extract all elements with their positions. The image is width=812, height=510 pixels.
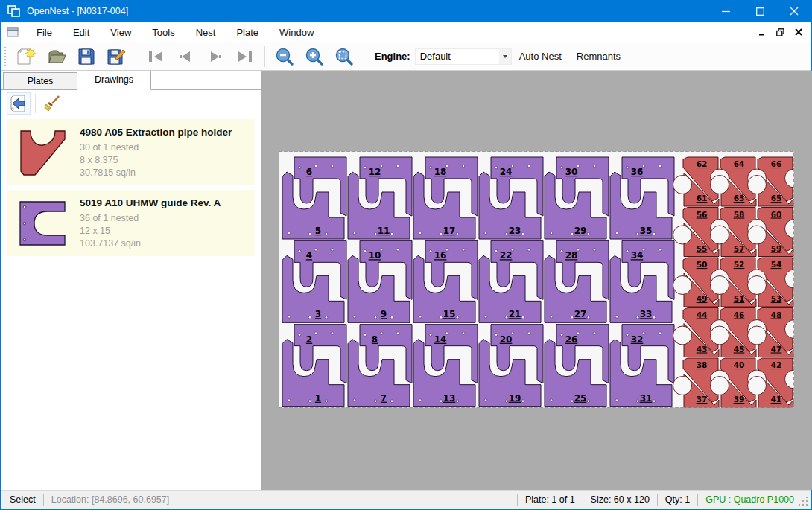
drawing-title: 5019 A10 UHMW guide Rev. A bbox=[80, 197, 250, 208]
drill-hole bbox=[593, 165, 596, 168]
status-bar: Select Location: [84.8696, 60.6957] Plat… bbox=[1, 490, 811, 509]
drill-hole bbox=[374, 316, 377, 319]
circular-cutout bbox=[673, 276, 692, 295]
zoom-fit-button[interactable] bbox=[329, 45, 359, 68]
child-close-icon[interactable] bbox=[795, 28, 802, 36]
menu-plate[interactable]: Plate bbox=[226, 24, 269, 41]
drill-hole bbox=[550, 316, 553, 319]
part-number: 28 bbox=[565, 250, 578, 261]
part-number: 31 bbox=[640, 393, 653, 404]
drill-hole bbox=[484, 316, 487, 319]
drill-hole bbox=[484, 232, 487, 235]
window-close-button[interactable] bbox=[777, 0, 811, 22]
drill-hole bbox=[331, 165, 334, 168]
drill-hole bbox=[288, 399, 291, 402]
app-icon bbox=[7, 5, 20, 17]
part-number: 34 bbox=[631, 250, 644, 261]
part-number: 58 bbox=[734, 210, 745, 219]
part-number: 7 bbox=[381, 393, 387, 404]
previous-plate-button[interactable] bbox=[171, 45, 200, 68]
menu-view[interactable]: View bbox=[100, 24, 142, 41]
window-maximize-button[interactable] bbox=[743, 0, 777, 22]
drill-hole bbox=[419, 316, 422, 319]
document-system-menu-icon[interactable] bbox=[7, 27, 19, 37]
drawing-list-item[interactable]: 4980 A05 Extraction pipe holder 30 of 1 … bbox=[7, 119, 255, 185]
drill-hole bbox=[440, 316, 443, 319]
part-number: 47 bbox=[771, 345, 782, 354]
tab-plates[interactable]: Plates bbox=[3, 72, 77, 90]
part-thumbnail-purple bbox=[18, 200, 67, 246]
previous-arrow-icon bbox=[177, 49, 194, 64]
zoom-out-button[interactable] bbox=[270, 45, 299, 68]
drawing-list-item[interactable]: 5019 A10 UHMW guide Rev. A 36 of 1 neste… bbox=[7, 190, 255, 256]
drawing-list: 4980 A05 Extraction pipe holder 30 of 1 … bbox=[1, 117, 261, 256]
child-restore-icon[interactable] bbox=[776, 28, 784, 36]
resize-grip[interactable] bbox=[799, 497, 809, 507]
clear-drawings-button[interactable] bbox=[40, 92, 64, 115]
part-number: 41 bbox=[771, 395, 782, 404]
drill-hole bbox=[331, 249, 334, 252]
drill-hole bbox=[364, 166, 367, 169]
drill-hole bbox=[521, 316, 524, 319]
plate-view[interactable]: 6512111817242330293635431091615222128273… bbox=[279, 151, 794, 408]
drawings-toolbar bbox=[1, 90, 261, 117]
drill-hole bbox=[626, 166, 629, 169]
part-number: 10 bbox=[369, 250, 381, 261]
part-number: 12 bbox=[369, 167, 381, 177]
part-number: 60 bbox=[771, 210, 782, 219]
drill-hole bbox=[314, 249, 317, 252]
drill-hole bbox=[495, 250, 498, 253]
part-number: 2 bbox=[306, 334, 312, 345]
drill-hole bbox=[527, 249, 530, 252]
part-number: 3 bbox=[315, 309, 321, 319]
new-button[interactable] bbox=[12, 45, 42, 68]
drill-hole bbox=[659, 165, 662, 168]
next-plate-button[interactable] bbox=[200, 45, 230, 68]
menu-file[interactable]: File bbox=[26, 24, 63, 41]
drill-hole bbox=[626, 250, 629, 253]
child-minimize-icon[interactable] bbox=[758, 28, 766, 36]
drill-hole bbox=[353, 316, 356, 319]
toolbar-grip[interactable] bbox=[4, 47, 7, 66]
drill-hole bbox=[636, 232, 639, 235]
first-plate-button[interactable] bbox=[141, 45, 171, 68]
drill-hole bbox=[325, 232, 328, 235]
toolbar-separator bbox=[35, 94, 36, 113]
combo-caret-icon[interactable] bbox=[499, 49, 511, 64]
drill-hole bbox=[331, 332, 334, 335]
part-number: 32 bbox=[631, 334, 644, 345]
toolbar-separator bbox=[264, 46, 265, 67]
part-number: 18 bbox=[434, 167, 447, 177]
drill-hole bbox=[440, 400, 443, 403]
tab-drawings[interactable]: Drawings bbox=[77, 71, 151, 90]
zoom-in-button[interactable] bbox=[299, 45, 329, 68]
menu-window[interactable]: Window bbox=[269, 24, 324, 41]
drill-hole bbox=[495, 166, 498, 169]
save-as-button[interactable] bbox=[101, 45, 131, 68]
drawing-area: 103.7137 sq/in bbox=[80, 238, 250, 250]
menu-edit[interactable]: Edit bbox=[63, 24, 100, 41]
status-gpu: GPU : Quadro P1000 bbox=[705, 494, 794, 505]
drill-hole bbox=[308, 400, 311, 403]
menu-nest[interactable]: Nest bbox=[185, 24, 226, 41]
import-drawing-button[interactable] bbox=[7, 92, 31, 115]
drill-hole bbox=[308, 232, 311, 235]
open-button[interactable] bbox=[42, 45, 72, 68]
save-button[interactable] bbox=[72, 45, 101, 68]
part-number: 65 bbox=[771, 194, 782, 203]
drill-hole bbox=[374, 232, 377, 235]
drill-hole bbox=[653, 232, 656, 235]
window-minimize-button[interactable] bbox=[708, 0, 743, 22]
last-plate-button[interactable] bbox=[230, 45, 260, 68]
drill-hole bbox=[419, 399, 422, 402]
remnants-button[interactable]: Remnants bbox=[569, 46, 628, 66]
menu-tools[interactable]: Tools bbox=[142, 24, 185, 41]
part-number: 4 bbox=[306, 250, 312, 261]
drill-hole bbox=[364, 250, 367, 253]
drill-hole bbox=[484, 399, 487, 402]
part-number: 45 bbox=[734, 345, 745, 354]
drill-hole bbox=[390, 316, 393, 319]
nest-canvas[interactable]: 6512111817242330293635431091615222128273… bbox=[261, 71, 812, 490]
auto-nest-button[interactable]: Auto Nest bbox=[512, 46, 569, 66]
engine-combobox[interactable]: Default bbox=[415, 48, 512, 65]
